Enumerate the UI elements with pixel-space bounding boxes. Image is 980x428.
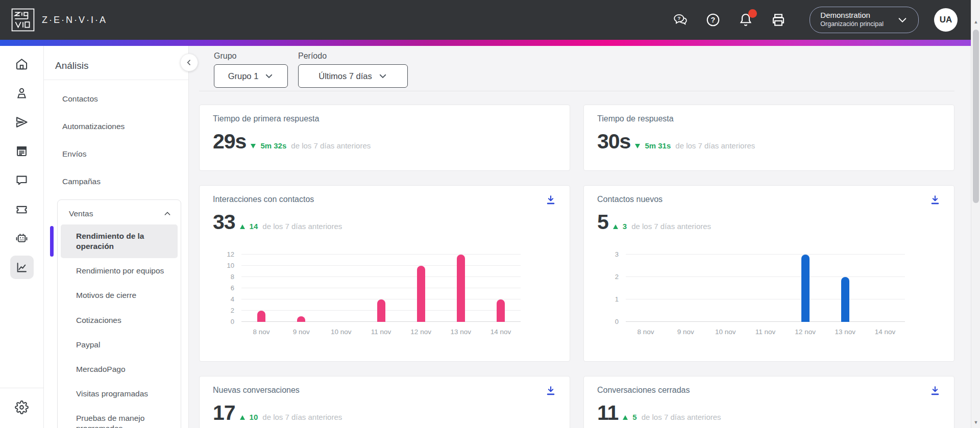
- content-shell: Análisis Contactos Automatizaciones Enví…: [0, 46, 980, 428]
- brand: Z·E·N·V·I·A: [11, 8, 107, 32]
- sidebar-item-contactos[interactable]: Contactos: [44, 85, 188, 113]
- download-icon[interactable]: [927, 384, 943, 399]
- trend-arrow-icon: [623, 415, 628, 420]
- sidebar-group-label: Ventas: [69, 209, 93, 218]
- chart-card-interacciones: Interacciones con contactos 33 14 de los…: [199, 185, 570, 362]
- period-select[interactable]: Últimos 7 días: [298, 64, 408, 88]
- y-tick-label: 2: [615, 273, 619, 281]
- chart-bar: [497, 299, 505, 322]
- sidebar-item-cotizaciones[interactable]: Cotizaciones: [61, 309, 178, 332]
- sidebar-group-ventas-toggle[interactable]: Ventas: [61, 200, 178, 224]
- ticket-icon[interactable]: [10, 197, 34, 221]
- notification-dot: [748, 9, 757, 18]
- kpi-value: 11: [597, 401, 618, 425]
- trend-arrow-icon: [613, 224, 618, 229]
- settings-gear-icon[interactable]: [10, 395, 34, 419]
- x-tick-label: 11 nov: [361, 328, 401, 336]
- sidebar-item-campanas[interactable]: Campañas: [44, 168, 188, 195]
- brand-gradient-bar: [0, 40, 980, 46]
- kpi-value: 30s: [597, 130, 630, 154]
- chevron-down-icon: [264, 71, 274, 81]
- vertical-scrollbar[interactable]: ▲ ▼: [971, 0, 980, 428]
- x-tick-label: 8 nov: [241, 328, 281, 336]
- cards-grid: Tiempo de primera respuesta 29s 5m 32s d…: [199, 105, 954, 428]
- sidebar-item-rendimiento-equipos[interactable]: Rendimiento por equipos: [61, 259, 178, 283]
- x-tick-label: 14 nov: [481, 328, 521, 336]
- bot-icon[interactable]: [10, 226, 34, 250]
- sidebar-item-visitas-programadas[interactable]: Visitas programadas: [61, 382, 178, 406]
- y-tick-label: 8: [231, 273, 234, 281]
- card-title: Contactos nuevos: [597, 195, 941, 204]
- x-tick-label: 11 nov: [745, 328, 785, 336]
- news-document-icon[interactable]: [10, 139, 34, 163]
- download-icon[interactable]: [543, 193, 558, 208]
- y-tick-label: 4: [231, 295, 234, 303]
- download-icon[interactable]: [927, 193, 943, 208]
- scrollbar-thumb[interactable]: [973, 30, 979, 203]
- support-chat-icon[interactable]: ?: [672, 11, 689, 29]
- home-icon[interactable]: [10, 52, 34, 75]
- sidebar-item-label: Rendimiento de la operación: [76, 232, 144, 250]
- group-select-value: Grupo 1: [228, 71, 259, 81]
- y-tick-label: 12: [227, 250, 234, 258]
- filters-row: Grupo Grupo 1 Período Últimos 7 días: [214, 51, 954, 88]
- y-tick-label: 3: [615, 250, 619, 258]
- notifications-bell-icon[interactable]: [737, 11, 754, 29]
- group-select[interactable]: Grupo 1: [214, 64, 288, 88]
- analytics-chart-icon[interactable]: [10, 256, 34, 279]
- kpi-compare-text: de los 7 días anteriores: [262, 222, 342, 231]
- kpi-card-tiempo-respuesta: Tiempo de respuesta 30s 5m 31s de los 7 …: [583, 105, 954, 171]
- kpi-compare-text: de los 7 días anteriores: [291, 141, 371, 150]
- x-axis-labels: 8 nov9 nov10 nov11 nov12 nov13 nov14 nov: [626, 328, 905, 336]
- sidebar-item-automatizaciones[interactable]: Automatizaciones: [44, 113, 188, 140]
- help-icon[interactable]: ?: [704, 11, 722, 29]
- user-avatar[interactable]: UA: [934, 8, 958, 32]
- chat-bubble-icon[interactable]: [10, 168, 34, 192]
- scrollbar-down-arrow[interactable]: ▼: [971, 418, 980, 427]
- y-tick-label: 1: [615, 295, 619, 303]
- kpi-delta: 10: [250, 413, 258, 421]
- svg-text:?: ?: [711, 16, 716, 24]
- x-tick-label: 10 nov: [321, 328, 361, 336]
- selected-item-indicator: [50, 226, 54, 257]
- contacts-person-icon[interactable]: [10, 81, 34, 105]
- download-icon[interactable]: [543, 384, 558, 399]
- gridline: 6: [241, 288, 521, 288]
- zenvia-logo-icon: [11, 8, 35, 32]
- organization-unit: Organización principal: [820, 20, 884, 29]
- chevron-up-icon: [163, 210, 172, 218]
- sidebar-group-ventas: Ventas Rendimiento de la operación Rendi…: [57, 199, 181, 428]
- kpi-value: 29s: [213, 130, 246, 154]
- gridline: 12: [241, 254, 521, 255]
- chart-card-conversaciones-cerradas: Conversaciones cerradas 11 5 de los 7 dí…: [583, 376, 954, 428]
- print-icon[interactable]: [770, 11, 787, 29]
- sidebar-item-motivos-cierre[interactable]: Motivos de cierre: [61, 284, 178, 307]
- gridline: 10: [241, 265, 521, 266]
- brand-name: Z·E·N·V·I·A: [42, 15, 107, 26]
- gridline: 2: [626, 276, 905, 277]
- gridline: 0: [626, 321, 905, 322]
- sidebar-item-paypal[interactable]: Paypal: [61, 333, 178, 357]
- sidebar-item-mercadopago[interactable]: MercadoPago: [61, 358, 178, 381]
- chevron-down-icon: [897, 14, 908, 26]
- chevron-left-icon: [185, 59, 193, 66]
- chart-plot-area: 0123: [626, 255, 905, 322]
- x-axis-labels: 8 nov9 nov10 nov11 nov12 nov13 nov14 nov: [241, 328, 521, 336]
- topbar: Z·E·N·V·I·A ? ?: [0, 0, 980, 40]
- card-title: Tiempo de primera respuesta: [213, 114, 556, 123]
- send-icon[interactable]: [10, 110, 34, 134]
- chart-plot-area: 024681012: [241, 255, 521, 322]
- scrollbar-up-arrow[interactable]: ▲: [971, 17, 980, 27]
- svg-text:?: ?: [678, 15, 681, 21]
- x-tick-label: 12 nov: [786, 328, 825, 336]
- x-tick-label: 8 nov: [626, 328, 666, 336]
- zenvia-analytics-app: Z·E·N·V·I·A ? ?: [0, 0, 980, 428]
- sidebar-item-pruebas-manejo[interactable]: Pruebas de manejo programadas: [61, 407, 178, 428]
- sidebar-item-rendimiento-operacion[interactable]: Rendimiento de la operación: [61, 224, 178, 258]
- sidebar-collapse-button[interactable]: [180, 54, 198, 71]
- card-title: Interacciones con contactos: [213, 195, 556, 204]
- sidebar-item-envios[interactable]: Envíos: [44, 140, 188, 168]
- organization-switcher[interactable]: Demonstration Organización principal: [810, 7, 919, 33]
- chart-bar: [457, 255, 465, 322]
- bar-chart-contactos-nuevos: 01238 nov9 nov10 nov11 nov12 nov13 nov14…: [626, 255, 905, 336]
